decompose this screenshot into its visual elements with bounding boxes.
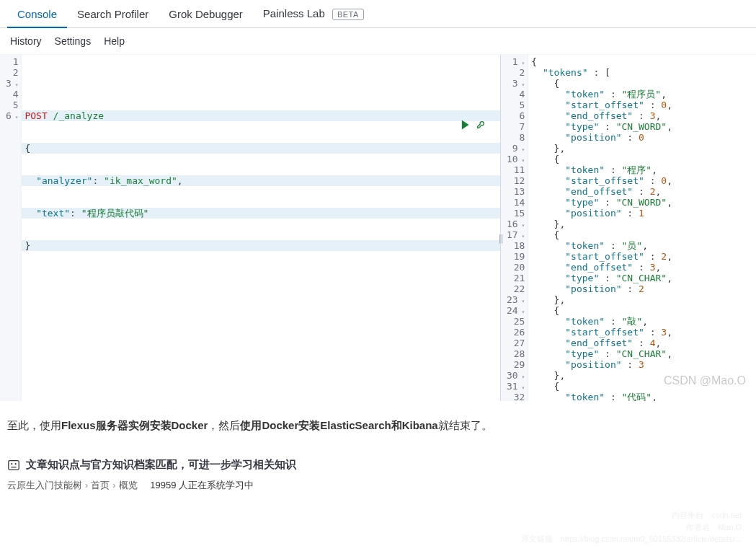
request-gutter: 1 2 3 4 5 6 <box>0 55 22 401</box>
tab-console[interactable]: Console <box>7 1 67 27</box>
watermark-text: CSDN @Mao.O <box>664 374 746 387</box>
console-subnav: History Settings Help <box>0 28 756 55</box>
footer-meta: 内容来自 csdn.net 作者名 Mao.O 原文链接 https://blo… <box>0 506 756 546</box>
knowledge-icon <box>7 459 20 472</box>
learner-count: 19959 人正在系统学习中 <box>150 480 254 490</box>
svg-point-2 <box>11 463 12 464</box>
tab-search-profiler[interactable]: Search Profiler <box>67 1 159 27</box>
tab-grok-debugger[interactable]: Grok Debugger <box>159 1 253 27</box>
response-pane[interactable]: ‖ 12345678910111213141516171819202122232… <box>501 55 756 401</box>
wrench-icon[interactable] <box>476 120 486 132</box>
breadcrumb-overview[interactable]: 概览 <box>119 480 138 490</box>
play-icon[interactable] <box>460 120 470 132</box>
beta-badge: BETA <box>332 9 364 20</box>
breadcrumb-root[interactable]: 云原生入门技能树 <box>7 480 82 490</box>
knowledge-bar: 文章知识点与官方知识档案匹配，可进一步学习相关知识 <box>0 449 756 476</box>
breadcrumb: 云原生入门技能树›首页›概览 19959 人正在系统学习中 <box>0 476 756 506</box>
subnav-history[interactable]: History <box>10 35 42 47</box>
knowledge-title: 文章知识点与官方知识档案匹配，可进一步学习相关知识 <box>26 458 296 472</box>
subnav-help[interactable]: Help <box>104 35 125 47</box>
pane-resize-handle[interactable]: ‖ <box>497 228 505 250</box>
svg-rect-1 <box>9 460 19 470</box>
request-actions <box>460 120 486 132</box>
editor-area: 1 2 3 4 5 6 POST /_analyze { "analyzer":… <box>0 55 756 401</box>
subnav-settings[interactable]: Settings <box>55 35 92 47</box>
svg-marker-0 <box>463 121 468 129</box>
request-pane[interactable]: 1 2 3 4 5 6 POST /_analyze { "analyzer":… <box>0 55 501 401</box>
tab-painless-lab[interactable]: Painless Lab BETA <box>253 0 374 27</box>
article-paragraph: 至此，使用Flexus服务器实例安装Docker，然后使用Docker安装Ela… <box>0 401 756 449</box>
svg-point-3 <box>15 463 17 464</box>
breadcrumb-home[interactable]: 首页 <box>91 480 110 490</box>
dev-tools-tabs: Console Search Profiler Grok Debugger Pa… <box>0 0 756 28</box>
response-code: { "tokens" : [ { "token" : "程序员", "start… <box>528 55 756 401</box>
request-code[interactable]: POST /_analyze { "analyzer": "ik_max_wor… <box>22 55 500 401</box>
tab-painless-label: Painless Lab <box>263 7 325 19</box>
